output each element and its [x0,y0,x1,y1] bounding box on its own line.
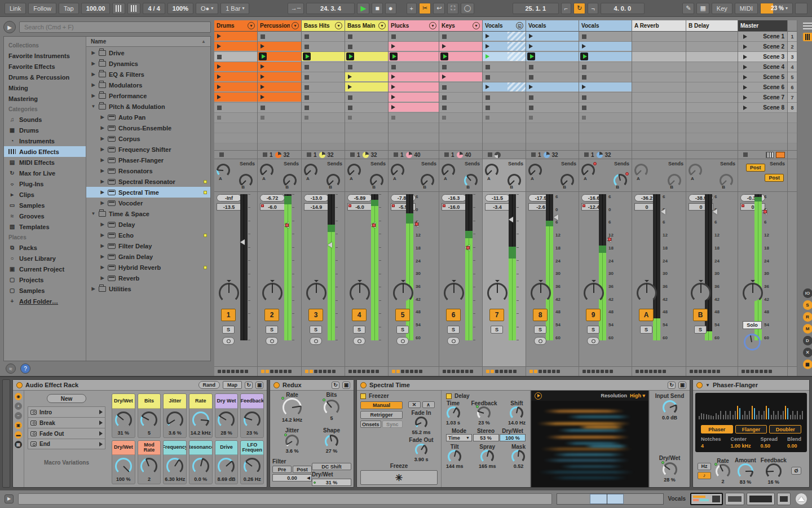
crossfade-meter[interactable] [218,370,248,373]
expand-icon[interactable]: ▶ [91,61,96,66]
midi-map-button[interactable]: MIDI [735,3,758,14]
filter-post-button[interactable]: Post [293,466,312,473]
punch-in-button[interactable]: ⌐ [561,3,571,14]
macro-knob[interactable] [140,411,157,428]
save-preset-icon[interactable]: ▣ [342,382,350,389]
track-activator-button[interactable]: 4 [352,309,367,321]
sidebar-item-sounds[interactable]: ♫Sounds [4,114,86,125]
freeze-button[interactable]: ✳ [360,470,438,485]
pan-knob[interactable] [743,283,763,303]
fade-out-knob[interactable] [415,444,427,456]
re-enable-automation-button[interactable]: ↩ [433,3,445,14]
tree-item[interactable]: ▶Echo [86,230,210,240]
tree-item[interactable]: ▶Spectral Time [86,187,210,198]
rack-macro-toggle-icon[interactable]: ◉ [15,393,22,400]
clip-slot[interactable] [686,52,738,62]
computer-midi-keyboard-button[interactable]: ▦ [696,3,709,14]
volume-fader-handle[interactable] [240,239,245,245]
clip-slot[interactable] [686,103,738,113]
sidebar-item-midi-effects[interactable]: ▤MIDI Effects [4,157,86,168]
clip-slot[interactable] [345,93,388,103]
clip-slot[interactable] [214,32,257,42]
clip-slot[interactable] [345,62,388,72]
clip-slot[interactable] [632,32,686,42]
play-button[interactable]: ▶ [357,3,369,14]
send-a-knob[interactable] [347,164,361,177]
send-a-knob[interactable] [217,164,230,177]
send-a-knob[interactable] [391,164,404,177]
macro-knob[interactable] [166,458,183,475]
expand-icon[interactable]: ▶ [100,233,105,238]
clip-slot[interactable] [579,72,632,82]
clip-slot[interactable] [526,62,579,72]
device-drop-strip[interactable] [2,379,10,488]
hot-swap-icon[interactable]: ↻ [668,382,676,389]
freeze-manual-button[interactable]: Manual [360,401,403,409]
clip-slot[interactable] [439,72,482,82]
scene-slot[interactable]: Scene 4 [738,62,787,72]
variation-launch-icon[interactable] [99,431,103,436]
amount-knob[interactable] [738,463,753,479]
scene-play-icon[interactable] [743,85,747,90]
expand-icon[interactable]: ▶ [100,222,105,227]
mode-dropdown[interactable]: Time▼ [446,434,472,441]
hot-swap-icon[interactable]: ↻ [245,382,253,389]
clip-slot[interactable] [345,32,388,42]
clip-slot[interactable] [258,42,301,52]
expand-icon[interactable]: ▶ [100,157,105,163]
scene-number[interactable]: 2 [788,42,797,52]
groove-amount-field[interactable]: 100% [167,3,193,14]
volume-fader-handle[interactable] [509,217,513,222]
arm-button[interactable] [266,337,278,345]
clip-slot[interactable] [302,93,345,103]
tree-item[interactable]: ▶Frequency Shifter [86,144,210,155]
clip-slot[interactable] [258,82,301,93]
clip-slot[interactable] [439,42,482,52]
spectrum-play-icon[interactable] [535,392,542,400]
resolution-value[interactable]: High ▾ [630,393,645,398]
sidebar-item-user-library[interactable]: ○User Library [4,253,86,264]
pan-knob[interactable] [584,283,604,303]
tree-item[interactable]: ▶Dynamics [86,58,210,69]
clip-slot[interactable] [526,42,579,52]
volume-fader-handle[interactable] [661,209,665,214]
solo-button[interactable]: S [266,326,278,334]
stop-all-clips-button[interactable] [350,152,355,157]
clip-slot[interactable] [389,93,439,103]
expand-icon[interactable]: ▶ [91,50,96,55]
clip-slot[interactable] [579,32,632,42]
pan-knob[interactable] [637,283,657,303]
sidebar-item-plug-ins[interactable]: ⌔Plug-Ins [4,178,86,189]
track-activator-button[interactable]: 6 [446,309,461,321]
spectral-time-thumbnail[interactable] [747,493,775,505]
rack-add-icon[interactable]: + [15,402,22,410]
clip-slot[interactable] [258,32,301,42]
master-solo-button[interactable]: Solo [743,321,762,329]
delay-checkbox[interactable] [446,393,452,399]
rate-sync-button[interactable]: ♪ [698,472,711,479]
scene-play-icon[interactable] [743,106,747,110]
device-on-led[interactable] [16,382,23,388]
groove-pool-icon[interactable]: ≈ [6,364,16,374]
scene-number[interactable]: 5 [788,72,797,82]
save-preset-icon[interactable]: ▣ [678,382,686,389]
scene-slot[interactable]: Scene 3 [738,52,787,62]
macro-knob[interactable] [140,458,157,475]
sidebar-item-projects[interactable]: ▢Projects [4,274,86,285]
clip-slot[interactable] [483,93,526,103]
clip-slot[interactable] [579,93,632,103]
mixer-toggle-icon[interactable] [803,33,812,41]
overview-menu-icon[interactable] [803,23,812,30]
expand-icon[interactable]: ▶ [100,115,105,120]
arm-button[interactable] [534,337,546,345]
jitter-knob[interactable] [285,435,299,448]
overdub-button[interactable]: + [407,3,417,14]
expand-icon[interactable]: ▶ [100,265,105,270]
track-header[interactable]: Keys▼ [439,20,482,32]
sidebar-item-max-for-live[interactable]: ↻Max for Live [4,168,86,178]
clip-slot[interactable] [302,72,345,82]
clip-slot[interactable] [579,42,632,52]
track-activator-button[interactable]: B [693,309,708,321]
volume-field[interactable]: -3.4 [485,203,510,211]
blend-value[interactable]: 0.00 [787,443,801,449]
